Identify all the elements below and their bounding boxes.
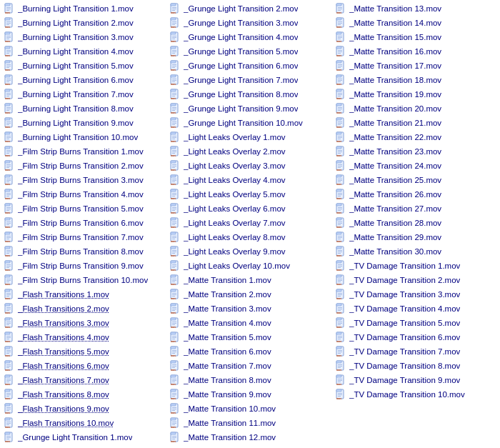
svg-rect-85 <box>336 61 341 63</box>
list-item[interactable]: mov _Flash Transitions 7.mov <box>1 373 167 387</box>
file-label: _Matte Transition 28.mov <box>349 219 441 227</box>
list-item[interactable]: mov _Matte Transition 25.mov <box>333 173 499 187</box>
list-item[interactable]: mov _Film Strip Burns Transition 6.mov <box>1 216 167 230</box>
list-item[interactable]: mov _Grunge Light Transition 8.mov <box>167 87 333 101</box>
list-item[interactable]: mov _Film Strip Burns Transition 2.mov <box>1 159 167 173</box>
list-item[interactable]: mov _Burning Light Transition 8.mov <box>1 101 167 116</box>
list-item[interactable]: mov _Flash Transitions 1.mov <box>1 287 167 302</box>
list-item[interactable]: mov _Burning Light Transition 9.mov <box>1 116 167 130</box>
list-item[interactable]: mov _Film Strip Burns Transition 4.mov <box>1 187 167 201</box>
list-item[interactable]: mov _Matte Transition 20.mov <box>333 101 499 116</box>
list-item[interactable]: mov _Matte Transition 22.mov <box>333 130 499 144</box>
list-item[interactable]: mov _TV Damage Transition 8.mov <box>333 359 499 373</box>
list-item[interactable]: mov _Matte Transition 17.mov <box>333 59 499 73</box>
list-item[interactable]: mov _Flash Transitions 9.mov <box>1 402 167 416</box>
list-item[interactable]: mov _Light Leaks Overlay 8.mov <box>167 230 333 244</box>
list-item[interactable]: mov _Light Leaks Overlay 9.mov <box>167 244 333 259</box>
list-item[interactable]: mov _Burning Light Transition 3.mov <box>1 30 167 44</box>
svg-text:mov: mov <box>5 111 10 114</box>
list-item[interactable]: mov _Matte Transition 29.mov <box>333 230 499 244</box>
list-item[interactable]: mov _Film Strip Burns Transition 9.mov <box>1 259 167 273</box>
list-item[interactable]: mov _Matte Transition 18.mov <box>333 73 499 87</box>
list-item[interactable]: mov _Light Leaks Overlay 5.mov <box>167 187 333 201</box>
list-item[interactable]: mov _Burning Light Transition 2.mov <box>1 16 167 30</box>
list-item[interactable]: mov _Matte Transition 9.mov <box>167 387 333 402</box>
list-item[interactable]: mov _Matte Transition 8.mov <box>167 373 333 387</box>
list-item[interactable]: mov _Grunge Light Transition 6.mov <box>167 59 333 73</box>
list-item[interactable]: mov _Grunge Light Transition 1.mov <box>1 430 167 444</box>
list-item[interactable]: mov _Matte Transition 27.mov <box>333 201 499 216</box>
list-item[interactable]: mov _Burning Light Transition 6.mov <box>1 73 167 87</box>
list-item[interactable]: mov _Matte Transition 24.mov <box>333 159 499 173</box>
list-item[interactable]: mov _Matte Transition 13.mov <box>333 1 499 16</box>
svg-rect-429 <box>338 337 342 338</box>
list-item[interactable]: mov _TV Damage Transition 4.mov <box>333 302 499 316</box>
list-item[interactable]: mov _Matte Transition 10.mov <box>167 402 333 416</box>
list-item[interactable]: mov _Grunge Light Transition 7.mov <box>167 73 333 87</box>
list-item[interactable]: mov _Matte Transition 26.mov <box>333 187 499 201</box>
list-item[interactable]: mov _Matte Transition 14.mov <box>333 16 499 30</box>
list-item[interactable]: mov _Film Strip Burns Transition 1.mov <box>1 144 167 159</box>
list-item[interactable]: mov _TV Damage Transition 10.mov <box>333 387 499 402</box>
list-item[interactable]: mov _Matte Transition 15.mov <box>333 30 499 44</box>
list-item[interactable]: mov _Light Leaks Overlay 10.mov <box>167 259 333 273</box>
list-item[interactable]: mov _Matte Transition 4.mov <box>167 316 333 330</box>
list-item[interactable]: mov _Matte Transition 30.mov <box>333 244 499 259</box>
list-item[interactable]: mov _Matte Transition 23.mov <box>333 144 499 159</box>
svg-rect-20 <box>6 21 11 22</box>
list-item[interactable]: mov _Grunge Light Transition 5.mov <box>167 44 333 59</box>
list-item[interactable]: mov _Film Strip Burns Transition 8.mov <box>1 244 167 259</box>
svg-rect-67 <box>336 46 341 49</box>
list-item[interactable]: mov _Matte Transition 3.mov <box>167 302 333 316</box>
list-item[interactable]: mov _Matte Transition 1.mov <box>167 273 333 287</box>
list-item[interactable]: mov _Light Leaks Overlay 4.mov <box>167 173 333 187</box>
list-item[interactable]: mov _Film Strip Burns Transition 5.mov <box>1 201 167 216</box>
list-item[interactable]: mov _Light Leaks Overlay 3.mov <box>167 159 333 173</box>
list-item[interactable]: mov _Grunge Light Transition 3.mov <box>167 16 333 30</box>
list-item[interactable]: mov _TV Damage Transition 5.mov <box>333 316 499 330</box>
list-item[interactable]: mov _Light Leaks Overlay 1.mov <box>167 130 333 144</box>
list-item[interactable]: mov _Flash Transitions 8.mov <box>1 387 167 402</box>
list-item[interactable]: mov _Light Leaks Overlay 7.mov <box>167 216 333 230</box>
list-item[interactable]: mov _Matte Transition 12.mov <box>167 430 333 444</box>
list-item[interactable]: mov _Burning Light Transition 7.mov <box>1 87 167 101</box>
list-item[interactable]: mov _Matte Transition 16.mov <box>333 44 499 59</box>
list-item[interactable]: mov _Flash Transitions 4.mov <box>1 330 167 344</box>
list-item[interactable]: mov _Film Strip Burns Transition 10.mov <box>1 273 167 287</box>
list-item[interactable]: mov _Burning Light Transition 10.mov <box>1 130 167 144</box>
svg-rect-343 <box>5 275 10 277</box>
list-item[interactable]: mov _Matte Transition 6.mov <box>167 344 333 359</box>
list-item[interactable]: mov _Burning Light Transition 5.mov <box>1 59 167 73</box>
list-item[interactable]: mov _Flash Transitions 2.mov <box>1 302 167 316</box>
list-item[interactable]: mov _Matte Transition 7.mov <box>167 359 333 373</box>
list-item[interactable]: mov _Burning Light Transition 4.mov <box>1 44 167 59</box>
list-item[interactable]: mov _Matte Transition 28.mov <box>333 216 499 230</box>
list-item[interactable]: mov _Light Leaks Overlay 2.mov <box>167 144 333 159</box>
list-item[interactable]: mov _Flash Transitions 5.mov <box>1 344 167 359</box>
list-item[interactable]: mov _TV Damage Transition 9.mov <box>333 373 499 387</box>
file-label: _Matte Transition 20.mov <box>349 104 441 113</box>
list-item[interactable]: mov _Flash Transitions 10.mov <box>1 416 167 430</box>
list-item[interactable]: mov _Light Leaks Overlay 6.mov <box>167 201 333 216</box>
list-item[interactable]: mov _Grunge Light Transition 9.mov <box>167 101 333 116</box>
list-item[interactable]: mov _Grunge Light Transition 2.mov <box>167 1 333 16</box>
list-item[interactable]: mov _TV Damage Transition 2.mov <box>333 273 499 287</box>
list-item[interactable]: mov _TV Damage Transition 3.mov <box>333 287 499 302</box>
list-item[interactable]: mov _Flash Transitions 3.mov <box>1 316 167 330</box>
list-item[interactable]: mov _Film Strip Burns Transition 7.mov <box>1 230 167 244</box>
svg-rect-105 <box>338 80 342 81</box>
list-item[interactable]: mov _Burning Light Transition 1.mov <box>1 1 167 16</box>
list-item[interactable]: mov _Matte Transition 11.mov <box>167 416 333 430</box>
list-item[interactable]: mov _Matte Transition 2.mov <box>167 287 333 302</box>
list-item[interactable]: mov _Matte Transition 5.mov <box>167 330 333 344</box>
list-item[interactable]: mov _TV Damage Transition 1.mov <box>333 259 499 273</box>
list-item[interactable]: mov _TV Damage Transition 7.mov <box>333 344 499 359</box>
list-item[interactable]: mov _TV Damage Transition 6.mov <box>333 330 499 344</box>
list-item[interactable]: mov _Grunge Light Transition 10.mov <box>167 116 333 130</box>
list-item[interactable]: mov _Flash Transitions 6.mov <box>1 359 167 373</box>
list-item[interactable]: mov _Grunge Light Transition 4.mov <box>167 30 333 44</box>
list-item[interactable]: mov _Matte Transition 19.mov <box>333 87 499 101</box>
list-item[interactable]: mov _Matte Transition 21.mov <box>333 116 499 130</box>
file-label: _Matte Transition 16.mov <box>349 47 441 56</box>
list-item[interactable]: mov _Film Strip Burns Transition 3.mov <box>1 173 167 187</box>
